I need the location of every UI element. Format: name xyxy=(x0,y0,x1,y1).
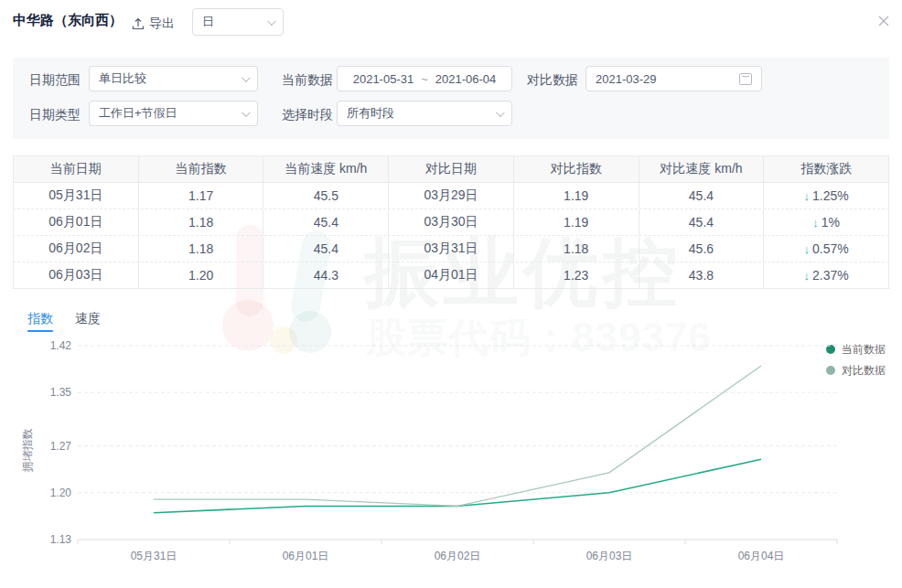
table-cell-change: ↓2.37% xyxy=(764,262,888,288)
table-cell: 03月31日 xyxy=(389,236,514,262)
down-arrow-icon: ↓ xyxy=(804,189,811,203)
period-select[interactable]: 日 xyxy=(192,8,284,36)
legend-dot-icon xyxy=(826,345,835,354)
table-header-cell: 当前指数 xyxy=(139,156,264,182)
date-range-select[interactable]: 单日比较 xyxy=(89,66,258,91)
table-row[interactable]: 06月03日1.2044.304月01日1.2343.8↓2.37% xyxy=(13,262,889,289)
current-date-range-input[interactable]: 2021-05-31 ~ 2021-06-04 xyxy=(337,66,512,91)
table-header-row: 当前日期当前指数当前速度 km/h对比日期对比指数对比速度 km/h指数涨跌 xyxy=(13,155,889,183)
legend-label: 当前数据 xyxy=(842,342,886,358)
compare-date-input[interactable]: 2021-03-29 xyxy=(585,66,762,91)
export-label: 导出 xyxy=(149,16,175,32)
table-cell: 04月01日 xyxy=(389,262,514,288)
date-range-value: 单日比较 xyxy=(99,70,146,87)
time-period-value: 所有时段 xyxy=(347,105,394,122)
table-cell: 06月03日 xyxy=(14,262,139,288)
watermark-stock-code: 股票代码：839376 xyxy=(366,311,712,365)
watermark-logo-circle-red xyxy=(222,300,274,351)
page-title: 中华路（东向西） xyxy=(13,12,123,29)
export-button[interactable]: 导出 xyxy=(132,16,175,32)
watermark-logo-circle-teal xyxy=(289,311,331,353)
table-cell: 1.18 xyxy=(139,236,264,262)
table-row[interactable]: 06月02日1.1845.403月31日1.1845.6↓0.57% xyxy=(13,236,889,262)
x-axis-label: 05月31日 xyxy=(113,549,195,564)
period-select-value: 日 xyxy=(202,14,214,30)
change-percent: 1% xyxy=(821,215,840,230)
table-cell: 06月01日 xyxy=(14,209,139,235)
table-header-cell: 当前速度 km/h xyxy=(263,156,389,182)
y-axis-label: 1.35 xyxy=(27,386,71,399)
table-cell: 1.18 xyxy=(139,209,264,235)
table-cell: 1.20 xyxy=(139,262,264,288)
table-header-cell: 对比指数 xyxy=(514,156,639,182)
table-cell: 45.6 xyxy=(639,236,765,262)
table-header-cell: 当前日期 xyxy=(14,156,139,182)
current-end-date: 2021-06-04 xyxy=(435,72,497,86)
close-button[interactable] xyxy=(876,14,891,28)
chevron-down-icon xyxy=(242,108,251,117)
compare-date-value: 2021-03-29 xyxy=(596,72,657,86)
table-cell: 1.18 xyxy=(514,236,639,262)
x-axis-label: 06月04日 xyxy=(720,549,802,564)
y-axis-label: 1.20 xyxy=(27,486,71,499)
change-percent: 0.57% xyxy=(812,241,849,256)
close-icon xyxy=(876,14,891,28)
table-cell: 1.19 xyxy=(514,209,639,235)
upload-icon xyxy=(132,17,145,30)
x-axis-label: 06月02日 xyxy=(416,549,499,564)
table-cell: 06月02日 xyxy=(14,236,139,262)
table-row[interactable]: 06月01日1.1845.403月30日1.1945.4↓1% xyxy=(13,209,889,236)
table-cell: 45.4 xyxy=(263,236,389,262)
date-range-label: 日期范围 xyxy=(29,72,81,89)
time-period-select[interactable]: 所有时段 xyxy=(337,101,512,126)
series-line-compare xyxy=(154,366,761,507)
legend-dot-icon xyxy=(826,366,835,375)
table-body: 05月31日1.1745.503月29日1.1945.4↓1.25%06月01日… xyxy=(13,183,889,289)
active-tab-underline xyxy=(27,330,53,332)
table-header-cell: 指数涨跌 xyxy=(764,156,888,182)
table-cell-change: ↓1.25% xyxy=(764,183,888,208)
down-arrow-icon: ↓ xyxy=(812,216,819,230)
y-axis-label: 1.42 xyxy=(27,339,71,352)
legend-item[interactable]: 当前数据 xyxy=(826,340,886,358)
current-data-label: 当前数据 xyxy=(282,72,333,89)
date-type-value: 工作日+节假日 xyxy=(99,105,177,122)
table-cell-change: ↓0.57% xyxy=(764,236,888,262)
table-cell: 45.4 xyxy=(263,209,389,235)
chart-legend: 当前数据对比数据 xyxy=(826,340,886,382)
table-cell: 45.5 xyxy=(263,183,389,208)
legend-item[interactable]: 对比数据 xyxy=(826,361,886,380)
chevron-down-icon xyxy=(242,73,251,82)
table-cell: 03月30日 xyxy=(389,209,514,235)
time-period-label: 选择时段 xyxy=(282,107,333,123)
chevron-down-icon xyxy=(496,108,505,117)
x-axis-label: 06月03日 xyxy=(568,549,650,564)
table-cell: 44.3 xyxy=(263,262,389,288)
range-separator: ~ xyxy=(421,72,428,86)
change-percent: 1.25% xyxy=(812,188,849,203)
calendar-icon xyxy=(739,73,752,85)
table-cell: 45.4 xyxy=(639,183,765,208)
tab-speed[interactable]: 速度 xyxy=(75,311,101,327)
table-cell: 45.4 xyxy=(639,209,765,235)
y-axis-label: 1.27 xyxy=(27,440,71,453)
table-row[interactable]: 05月31日1.1745.503月29日1.1945.4↓1.25% xyxy=(13,183,889,209)
tab-index[interactable]: 指数 xyxy=(27,311,53,327)
x-axis-label: 06月01日 xyxy=(264,549,347,564)
comparison-table: 当前日期当前指数当前速度 km/h对比日期对比指数对比速度 km/h指数涨跌 0… xyxy=(13,155,889,289)
table-cell: 1.19 xyxy=(514,183,639,208)
table-cell: 1.17 xyxy=(139,183,264,208)
compare-data-label: 对比数据 xyxy=(527,72,578,89)
table-cell: 03月29日 xyxy=(389,183,514,208)
series-line-current xyxy=(154,459,761,512)
change-percent: 2.37% xyxy=(812,268,849,283)
table-header-cell: 对比速度 km/h xyxy=(639,156,765,182)
date-type-select[interactable]: 工作日+节假日 xyxy=(89,101,258,126)
legend-label: 对比数据 xyxy=(842,363,886,379)
current-start-date: 2021-05-31 xyxy=(353,72,414,86)
y-axis-label: 1.13 xyxy=(27,533,71,546)
chevron-down-icon xyxy=(267,16,276,26)
table-cell: 1.23 xyxy=(514,262,639,288)
down-arrow-icon: ↓ xyxy=(804,242,811,256)
date-type-label: 日期类型 xyxy=(29,107,81,123)
